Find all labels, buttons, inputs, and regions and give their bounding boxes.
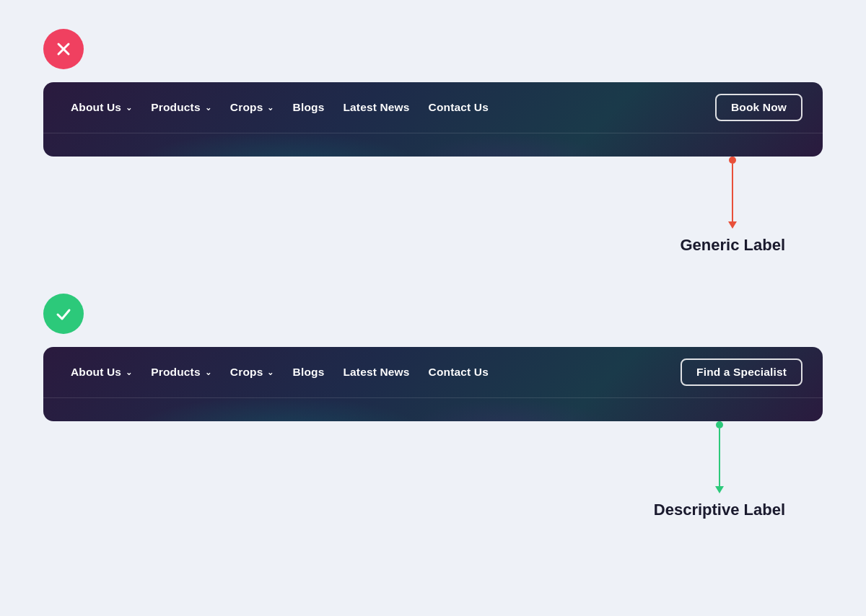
- good-cta-button[interactable]: Find a Specialist: [681, 358, 802, 386]
- bad-annotation: Generic Label: [680, 157, 785, 255]
- bad-example-section: About Us ⌄ Products ⌄ Crops ⌄ Blogs Late…: [43, 29, 823, 272]
- nav-label-products-bad: Products: [151, 101, 200, 114]
- annotation-dot-bad: [729, 157, 736, 164]
- bad-navbar-inner: About Us ⌄ Products ⌄ Crops ⌄ Blogs Late…: [43, 82, 823, 133]
- nav-item-contact-us-bad[interactable]: Contact Us: [421, 97, 496, 118]
- bad-annotation-label: Generic Label: [680, 236, 785, 255]
- nav-item-latest-news-good[interactable]: Latest News: [336, 361, 416, 383]
- nav-item-products-good[interactable]: Products ⌄: [144, 361, 219, 383]
- nav-item-about-us-bad[interactable]: About Us ⌄: [64, 97, 139, 118]
- annotation-line-bad: [732, 164, 733, 221]
- nav-item-about-us-good[interactable]: About Us ⌄: [64, 361, 139, 383]
- annotation-arrow-good: [715, 486, 724, 493]
- good-annotation: Descriptive Label: [654, 421, 785, 519]
- bad-cta-button[interactable]: Book Now: [715, 94, 802, 121]
- annotation-line-good: [719, 428, 720, 486]
- nav-label-contact-us-good: Contact Us: [429, 366, 489, 379]
- nav-label-products-good: Products: [151, 366, 200, 379]
- good-badge: [43, 294, 84, 334]
- good-nav-items: About Us ⌄ Products ⌄ Crops ⌄ Blogs Late…: [64, 361, 681, 383]
- nav-label-contact-us-bad: Contact Us: [429, 101, 489, 114]
- chevron-down-icon: ⌄: [126, 368, 132, 377]
- chevron-down-icon: ⌄: [205, 368, 211, 377]
- good-navbar-inner: About Us ⌄ Products ⌄ Crops ⌄ Blogs Late…: [43, 347, 823, 397]
- nav-item-contact-us-good[interactable]: Contact Us: [421, 361, 496, 383]
- annotation-dot-good: [716, 421, 723, 428]
- nav-label-latest-news-good: Latest News: [343, 366, 409, 379]
- bad-annotation-area: Generic Label: [43, 157, 823, 272]
- x-icon: [53, 39, 74, 59]
- check-icon: [53, 304, 74, 324]
- nav-item-crops-bad[interactable]: Crops ⌄: [223, 97, 281, 118]
- chevron-down-icon: ⌄: [126, 103, 132, 113]
- nav-label-about-us-bad: About Us: [71, 101, 121, 114]
- good-annotation-area: Descriptive Label: [43, 421, 823, 537]
- navbar-sub-bad: [43, 133, 823, 157]
- nav-item-products-bad[interactable]: Products ⌄: [144, 97, 219, 118]
- nav-label-crops-bad: Crops: [230, 101, 263, 114]
- good-example-section: About Us ⌄ Products ⌄ Crops ⌄ Blogs Late…: [43, 294, 823, 537]
- chevron-down-icon: ⌄: [267, 103, 274, 113]
- nav-item-blogs-bad[interactable]: Blogs: [286, 97, 332, 118]
- bad-navbar: About Us ⌄ Products ⌄ Crops ⌄ Blogs Late…: [43, 82, 823, 157]
- nav-item-blogs-good[interactable]: Blogs: [286, 361, 332, 383]
- nav-label-about-us-good: About Us: [71, 366, 121, 379]
- chevron-down-icon: ⌄: [205, 103, 211, 113]
- bad-badge: [43, 29, 84, 69]
- navbar-sub-good: [43, 398, 823, 421]
- nav-label-blogs-good: Blogs: [293, 366, 325, 379]
- nav-label-latest-news-bad: Latest News: [343, 101, 409, 114]
- chevron-down-icon: ⌄: [267, 368, 274, 377]
- bad-nav-items: About Us ⌄ Products ⌄ Crops ⌄ Blogs Late…: [64, 97, 715, 118]
- good-annotation-label: Descriptive Label: [654, 501, 785, 519]
- nav-item-crops-good[interactable]: Crops ⌄: [223, 361, 281, 383]
- nav-item-latest-news-bad[interactable]: Latest News: [336, 97, 416, 118]
- good-navbar: About Us ⌄ Products ⌄ Crops ⌄ Blogs Late…: [43, 347, 823, 421]
- annotation-arrow-bad: [728, 221, 737, 229]
- nav-label-blogs-bad: Blogs: [293, 101, 325, 114]
- nav-label-crops-good: Crops: [230, 366, 263, 379]
